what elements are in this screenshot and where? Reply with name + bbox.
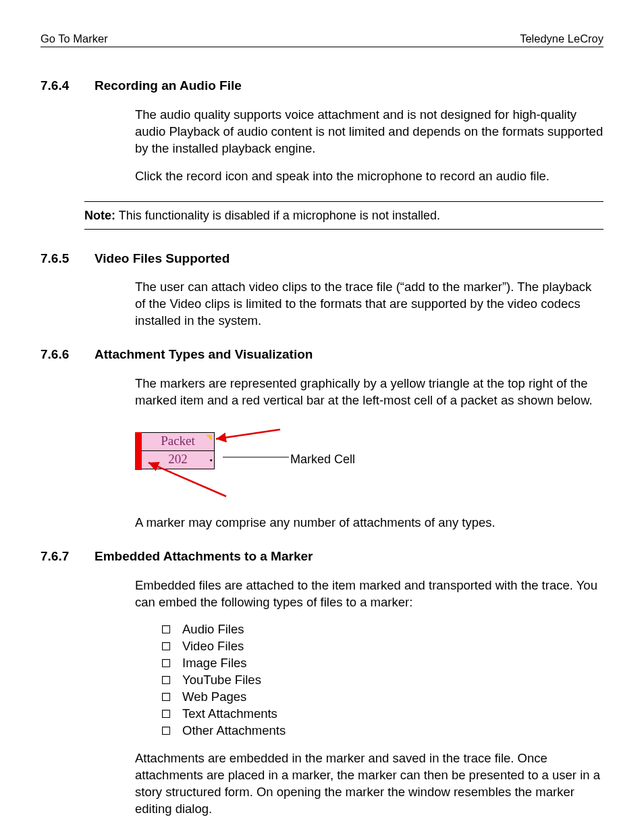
resize-dot-icon: ▪ <box>210 452 213 468</box>
list-item: Other Attachments <box>162 723 603 739</box>
attachment-type-list: Audio Files Video Files Image Files YouT… <box>162 621 603 739</box>
section-title: Video Files Supported <box>95 250 230 267</box>
marker-triangle-icon <box>206 435 212 441</box>
section-title: Recording an Audio File <box>95 77 242 95</box>
paragraph: A marker may comprise any number of atta… <box>135 515 603 531</box>
note-text: This functionality is disabled if a micr… <box>119 209 440 222</box>
list-item: Image Files <box>162 655 603 672</box>
section-title: Attachment Types and Visualization <box>95 346 313 363</box>
header-right: Teledyne LeCroy <box>520 32 603 45</box>
section-heading-765: 7.6.5 Video Files Supported <box>41 250 603 267</box>
packet-cell-row2: 202 <box>168 452 188 466</box>
section-number: 7.6.4 <box>41 77 95 95</box>
section-heading-766: 7.6.6 Attachment Types and Visualization <box>41 346 603 363</box>
packet-cell-row1: Packet <box>161 434 195 448</box>
section-number: 7.6.6 <box>41 346 95 363</box>
note-label: Note: <box>84 209 115 222</box>
paragraph: Click the record icon and speak into the… <box>135 168 603 185</box>
note-block: Note: This functionality is disabled if … <box>84 201 603 230</box>
section-heading-767: 7.6.7 Embedded Attachments to a Marker <box>41 548 603 565</box>
list-item: Audio Files <box>162 621 603 638</box>
page-header: Go To Marker Teledyne LeCroy <box>41 32 603 47</box>
svg-line-0 <box>216 429 280 439</box>
packet-cell: Packet 202▪ <box>135 432 215 470</box>
list-item: Text Attachments <box>162 706 603 723</box>
section-heading-764: 7.6.4 Recording an Audio File <box>41 77 603 95</box>
header-left: Go To Marker <box>41 32 108 45</box>
paragraph: The audio quality supports voice attachm… <box>135 107 603 157</box>
section-number: 7.6.5 <box>41 250 95 267</box>
list-item: Web Pages <box>162 689 603 706</box>
section-title: Embedded Attachments to a Marker <box>95 548 313 565</box>
paragraph: The markers are represented graphically … <box>135 375 603 409</box>
marked-cell-label: Marked Cell <box>290 451 355 467</box>
paragraph: The user can attach video clips to the t… <box>135 279 603 330</box>
page-content: 7.6.4 Recording an Audio File The audio … <box>41 77 603 834</box>
section-number: 7.6.7 <box>41 548 95 565</box>
marked-cell-figure: Packet 202▪ Marked Cell <box>135 425 603 500</box>
list-item: YouTube Files <box>162 672 603 689</box>
paragraph: Attachments are embedded in the marker a… <box>135 750 603 818</box>
paragraph: Embedded files are attached to the item … <box>135 577 603 611</box>
list-item: Video Files <box>162 638 603 655</box>
